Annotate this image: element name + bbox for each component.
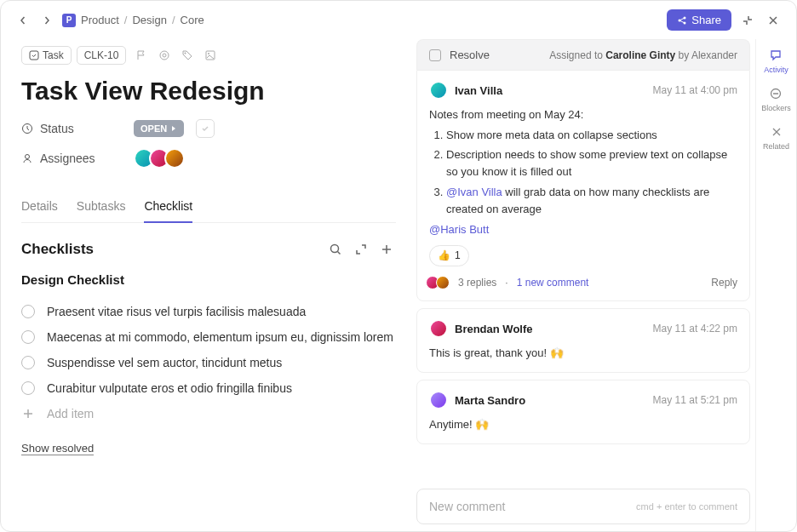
expand-icon[interactable] xyxy=(352,240,370,259)
crumb-mid: Design xyxy=(132,14,166,26)
plus-icon xyxy=(21,407,35,420)
tab-subtasks[interactable]: Subtasks xyxy=(77,192,126,222)
nav-back-button[interactable] xyxy=(14,12,32,29)
resolve-label: Resolve xyxy=(450,49,490,61)
task-icon xyxy=(29,50,39,60)
list-item: Show more meta data on collapse sections xyxy=(446,127,737,144)
new-comment-count[interactable]: 1 new comment xyxy=(517,275,589,291)
rail-activity[interactable]: Activity xyxy=(764,48,788,74)
tab-checklist[interactable]: Checklist xyxy=(144,192,192,223)
comment-author: Ivan Villa xyxy=(455,84,502,97)
assigned-text: Assigned to Caroline Ginty by Alexander xyxy=(549,49,737,61)
status-label: Status xyxy=(40,122,74,135)
avatar xyxy=(164,148,185,169)
reply-link[interactable]: Reply xyxy=(711,275,737,291)
comment-time: May 11 at 4:00 pm xyxy=(653,84,737,96)
target-icon[interactable] xyxy=(157,48,172,63)
page-title: Task View Redesign xyxy=(21,77,396,106)
comment-time: May 11 at 4:22 pm xyxy=(653,323,737,335)
svg-point-6 xyxy=(185,53,186,54)
crumb-root: Product xyxy=(81,14,119,26)
rail-related[interactable]: Related xyxy=(763,124,789,151)
list-item: Description needs to show some preview t… xyxy=(446,146,737,180)
flag-icon[interactable] xyxy=(134,48,149,63)
status-checkbox[interactable] xyxy=(196,119,215,138)
image-icon[interactable] xyxy=(203,48,218,63)
search-icon[interactable] xyxy=(326,240,345,259)
unchecked-circle-icon[interactable] xyxy=(21,356,35,369)
mention[interactable]: @Ivan Villa xyxy=(446,186,502,198)
comment-hint: cmd + enter to comment xyxy=(636,501,737,512)
product-icon: P xyxy=(62,14,76,27)
collapse-icon[interactable] xyxy=(738,11,757,30)
avatar xyxy=(429,319,448,338)
svg-point-11 xyxy=(331,245,339,253)
comment-card: Brendan WolfeMay 11 at 4:22 pm This is g… xyxy=(416,308,750,373)
breadcrumb[interactable]: P Product / Design / Core xyxy=(62,14,204,27)
svg-point-10 xyxy=(26,155,30,159)
comment-time: May 11 at 5:21 pm xyxy=(653,394,737,406)
chat-icon xyxy=(768,48,783,63)
checklists-heading: Checklists xyxy=(21,241,319,258)
reply-avatars xyxy=(429,276,450,289)
comment-card: Ivan VillaMay 11 at 4:00 pm Notes from m… xyxy=(416,70,750,301)
share-button[interactable]: Share xyxy=(667,9,731,31)
comment-input[interactable]: New comment cmd + enter to comment xyxy=(416,489,750,524)
comment-placeholder: New comment xyxy=(429,500,505,513)
svg-rect-3 xyxy=(30,51,38,60)
checklist-item[interactable]: Suspendisse vel sem auctor, tincidunt me… xyxy=(21,350,396,375)
status-pill[interactable]: OPEN xyxy=(134,120,184,137)
block-icon xyxy=(768,86,783,101)
add-checklist-button[interactable] xyxy=(377,240,396,259)
comment-author: Brendan Wolfe xyxy=(455,323,533,335)
comment-text: Notes from meeting on May 24: xyxy=(429,106,737,123)
close-icon[interactable] xyxy=(764,11,783,30)
checklist-item[interactable]: Praesent vitae risus vel turpis facilisi… xyxy=(21,299,396,324)
task-id-chip[interactable]: CLK-10 xyxy=(77,46,127,65)
crumb-leaf: Core xyxy=(181,14,204,26)
tag-icon[interactable] xyxy=(180,48,195,63)
list-item: @Ivan Villa will grab data on how many c… xyxy=(446,184,737,218)
tab-details[interactable]: Details xyxy=(21,192,58,222)
user-icon xyxy=(21,152,33,164)
unchecked-circle-icon[interactable] xyxy=(21,305,35,318)
comment-text: Anytime! 🙌 xyxy=(429,416,737,433)
svg-point-5 xyxy=(163,54,166,57)
avatar xyxy=(429,391,448,409)
share-label: Share xyxy=(691,14,721,26)
avatar xyxy=(429,81,448,100)
checklist-item[interactable]: Curabitur vulputate eros et odio fringil… xyxy=(21,375,396,401)
task-chip[interactable]: Task xyxy=(21,46,72,65)
status-icon xyxy=(21,123,33,134)
assignees-label: Assignees xyxy=(40,152,95,165)
share-icon xyxy=(677,15,687,26)
replies-count[interactable]: 3 replies xyxy=(458,275,496,291)
rail-blockers[interactable]: Blockers xyxy=(761,86,791,112)
related-icon xyxy=(769,124,784,140)
add-item-button[interactable]: Add item xyxy=(21,401,396,426)
svg-point-8 xyxy=(208,53,209,54)
svg-point-4 xyxy=(160,51,169,60)
unchecked-circle-icon[interactable] xyxy=(21,381,35,395)
show-resolved-link[interactable]: Show resolved xyxy=(21,442,94,455)
assignee-avatars[interactable] xyxy=(134,148,185,169)
comment-text: This is great, thank you! 🙌 xyxy=(429,345,737,362)
chevron-right-icon xyxy=(170,125,177,132)
nav-forward-button[interactable] xyxy=(38,12,55,29)
comment-author: Marta Sandro xyxy=(455,394,525,407)
checklist-name: Design Checklist xyxy=(21,272,396,287)
comment-card: Marta SandroMay 11 at 5:21 pm Anytime! 🙌 xyxy=(416,380,750,444)
resolve-checkbox[interactable] xyxy=(429,49,441,61)
mention[interactable]: @Haris Butt xyxy=(429,223,489,236)
unchecked-circle-icon[interactable] xyxy=(21,330,35,344)
checklist-item[interactable]: Maecenas at mi commodo, elementum ipsum … xyxy=(21,324,396,350)
reaction-pill[interactable]: 👍1 xyxy=(429,245,469,266)
